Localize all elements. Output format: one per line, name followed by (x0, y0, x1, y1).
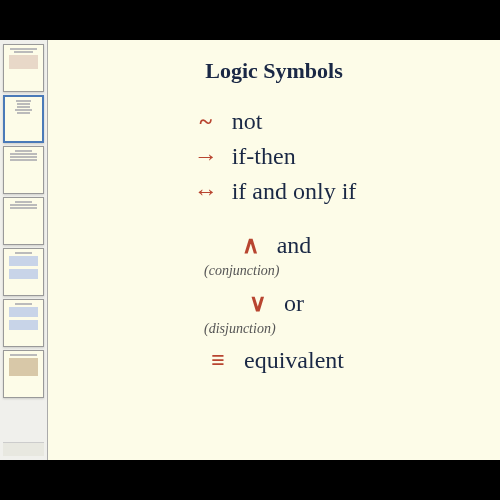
symbol-meaning: equivalent (244, 347, 344, 374)
slide-thumbnail[interactable] (3, 248, 44, 296)
slide-thumbnail[interactable] (3, 197, 44, 245)
logic-symbol: ∧ (237, 231, 265, 259)
symbol-meaning: and (277, 232, 312, 259)
logic-symbol: ↔ (192, 178, 220, 205)
symbol-meaning: or (284, 290, 304, 317)
symbol-note: (disjunction) (204, 321, 344, 337)
slide-canvas: Logic Symbols ~ not → if-then ↔ if and o… (48, 40, 500, 460)
slide-title: Logic Symbols (205, 58, 343, 84)
sidebar-footer (3, 442, 44, 456)
symbol-row: ≡ equivalent (204, 347, 344, 374)
logic-symbol: → (192, 143, 220, 170)
logic-symbol: ∨ (244, 289, 272, 317)
slide-thumbnail-panel (0, 40, 48, 460)
symbol-group-1: ~ not → if-then ↔ if and only if (192, 108, 357, 213)
symbol-meaning: if and only if (232, 178, 357, 205)
symbol-group-2: ∧ and (conjunction) ∨ or (disjunction) ≡… (204, 231, 344, 382)
slide-thumbnail[interactable] (3, 350, 44, 398)
symbol-row: → if-then (192, 143, 357, 170)
symbol-row: ∧ and (204, 231, 344, 259)
slide-thumbnail[interactable] (3, 95, 44, 143)
symbol-row: ∨ or (204, 289, 344, 317)
logic-symbol: ~ (192, 108, 220, 135)
slide-thumbnail[interactable] (3, 44, 44, 92)
slide-thumbnail[interactable] (3, 299, 44, 347)
slide-thumbnail[interactable] (3, 146, 44, 194)
symbol-row: ↔ if and only if (192, 178, 357, 205)
symbol-meaning: if-then (232, 143, 296, 170)
symbol-row: ~ not (192, 108, 357, 135)
logic-symbol: ≡ (204, 347, 232, 374)
symbol-meaning: not (232, 108, 263, 135)
symbol-note: (conjunction) (204, 263, 344, 279)
